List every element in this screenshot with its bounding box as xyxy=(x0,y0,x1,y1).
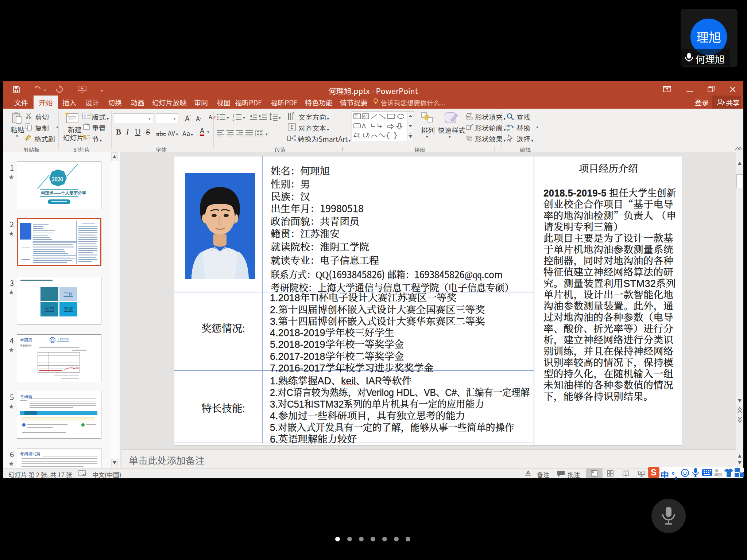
svg-text:1: 1 xyxy=(233,113,234,116)
svg-text:ac: ac xyxy=(506,128,510,132)
svg-text:3: 3 xyxy=(233,118,234,121)
svg-text:上海大学: 上海大学 xyxy=(57,338,69,341)
svg-text:2020: 2020 xyxy=(52,175,63,183)
svg-text:何理旭——个人简历分享: 何理旭——个人简历分享 xyxy=(41,190,86,196)
svg-text:A: A xyxy=(209,113,212,121)
svg-text:A: A xyxy=(292,112,295,116)
svg-text:A=: A= xyxy=(363,114,368,118)
svg-text:2: 2 xyxy=(233,116,234,118)
svg-text:成绩: 成绩 xyxy=(75,366,79,370)
